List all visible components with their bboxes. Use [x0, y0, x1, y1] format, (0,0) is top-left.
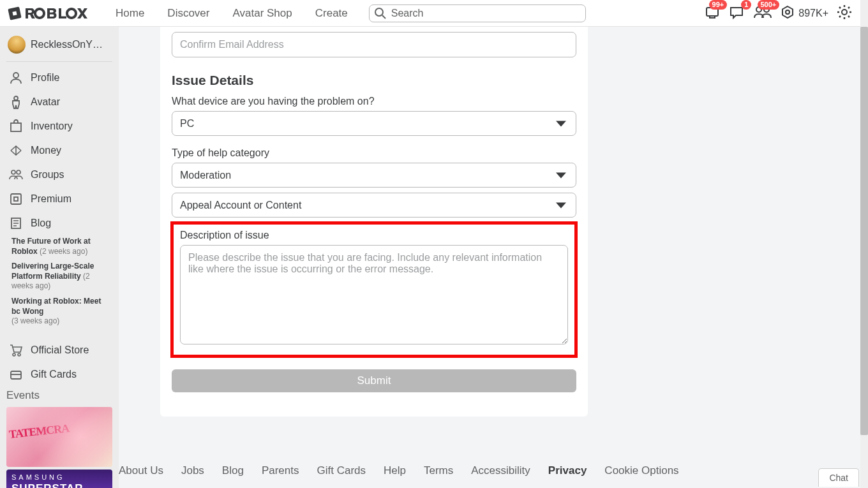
device-select[interactable]: PC: [172, 111, 576, 136]
topbar: Home Discover Avatar Shop Create 99+ 1 5…: [0, 0, 860, 27]
svg-point-14: [11, 170, 15, 174]
footer-terms[interactable]: Terms: [424, 464, 453, 477]
scrollbar-track[interactable]: [860, 0, 868, 488]
svg-point-9: [786, 10, 789, 14]
sidebar-item-money[interactable]: Money: [0, 138, 119, 163]
friends-icon[interactable]: 500+: [752, 4, 773, 23]
msg-badge: 1: [741, 0, 751, 10]
description-highlight: Description of issue: [170, 221, 578, 358]
search-input[interactable]: [369, 4, 586, 22]
avatar-icon: [8, 94, 24, 110]
blog-item[interactable]: Delivering Large-Scale Platform Reliabil…: [11, 262, 107, 292]
premium-icon: [8, 191, 24, 207]
giftcard-icon: [8, 366, 24, 383]
topbar-right: 99+ 1 500+ 897K+: [704, 4, 853, 23]
svg-rect-24: [11, 371, 21, 379]
sidebar-item-blog[interactable]: Blog: [0, 211, 119, 235]
category-select[interactable]: Moderation: [172, 163, 576, 188]
category-label: Type of help category: [172, 147, 576, 159]
nav-links: Home Discover Avatar Shop Create: [107, 2, 356, 25]
svg-rect-5: [710, 16, 715, 18]
blog-item[interactable]: Working at Roblox: Meet bc Wong(3 weeks …: [11, 297, 107, 327]
sidebar-item-giftcards[interactable]: Gift Cards: [0, 362, 119, 387]
nav-create[interactable]: Create: [307, 2, 356, 25]
footer: About Us Jobs Blog Parents Gift Cards He…: [119, 454, 860, 488]
friends-badge: 500+: [758, 0, 780, 10]
settings-icon[interactable]: [836, 4, 853, 23]
sidebar-item-avatar[interactable]: Avatar: [0, 90, 119, 114]
footer-about[interactable]: About Us: [119, 464, 163, 477]
sidebar-item-store[interactable]: Official Store: [0, 338, 119, 362]
groups-icon: [8, 166, 24, 183]
sidebar-item-premium[interactable]: Premium: [0, 187, 119, 211]
sidebar-item-label: Blog: [31, 218, 51, 229]
footer-blog[interactable]: Blog: [222, 464, 244, 477]
event-card-2[interactable]: SAMSUNG SUPERSTAR Galaxy: [6, 470, 112, 488]
footer-privacy[interactable]: Privacy: [548, 464, 587, 477]
svg-rect-1: [12, 11, 17, 15]
sidebar-item-label: Gift Cards: [31, 369, 77, 380]
support-form: Issue Details What device are you having…: [160, 27, 588, 417]
nav-home[interactable]: Home: [107, 2, 153, 25]
svg-line-3: [382, 15, 385, 18]
chat-tab[interactable]: Chat: [818, 468, 859, 487]
svg-point-23: [18, 353, 20, 356]
svg-marker-8: [782, 6, 793, 18]
svg-rect-13: [11, 123, 21, 131]
sidebar-item-label: Groups: [31, 169, 64, 181]
svg-rect-17: [14, 197, 18, 201]
description-label: Description of issue: [180, 230, 568, 241]
svg-point-10: [842, 10, 847, 15]
device-label: What device are you having the problem o…: [172, 96, 576, 107]
footer-parents[interactable]: Parents: [262, 464, 299, 477]
robux-amount: 897K+: [798, 8, 828, 19]
username: RecklessOnY…: [31, 39, 103, 50]
user-block[interactable]: RecklessOnY…: [6, 32, 112, 62]
profile-icon: [8, 70, 24, 86]
sidebar: RecklessOnY… Profile Avatar Inventory Mo…: [0, 27, 119, 488]
sidebar-item-label: Profile: [31, 72, 59, 84]
roblox-logo[interactable]: [8, 6, 88, 21]
svg-point-12: [14, 96, 18, 100]
sidebar-item-label: Official Store: [31, 344, 89, 356]
avatar-thumb: [8, 36, 26, 54]
sidebar-item-label: Money: [31, 145, 61, 156]
events-label: Events: [0, 387, 119, 404]
footer-help[interactable]: Help: [384, 464, 406, 477]
scrollbar-thumb[interactable]: [860, 27, 868, 435]
sidebar-item-label: Avatar: [31, 96, 60, 108]
sidebar-item-label: Premium: [31, 193, 71, 205]
robux-count[interactable]: 897K+: [781, 5, 828, 22]
subcategory-select[interactable]: Appeal Account or Content: [172, 193, 576, 218]
main-content: Issue Details What device are you having…: [119, 27, 860, 488]
blog-icon: [8, 215, 24, 232]
svg-point-11: [13, 73, 19, 78]
notif-badge: 99+: [709, 0, 728, 10]
money-icon: [8, 142, 24, 159]
issue-details-title: Issue Details: [172, 73, 576, 88]
sidebar-item-label: Inventory: [31, 121, 73, 132]
nav-avatarshop[interactable]: Avatar Shop: [224, 2, 300, 25]
robux-icon: [781, 5, 795, 22]
messages-icon[interactable]: 1: [728, 4, 745, 23]
description-textarea[interactable]: [180, 245, 568, 344]
blog-item[interactable]: The Future of Work at Roblox (2 weeks ag…: [11, 237, 107, 256]
footer-giftcards[interactable]: Gift Cards: [317, 464, 366, 477]
nav-discover[interactable]: Discover: [159, 2, 218, 25]
footer-jobs[interactable]: Jobs: [181, 464, 204, 477]
event-card-1[interactable]: TATEMCRA: [6, 407, 112, 467]
confirm-email-input[interactable]: [172, 32, 576, 57]
svg-rect-16: [11, 194, 21, 204]
search-wrap: [369, 4, 586, 22]
sidebar-item-profile[interactable]: Profile: [0, 66, 119, 90]
submit-button[interactable]: Submit: [172, 369, 576, 392]
notifications-icon[interactable]: 99+: [704, 4, 721, 23]
footer-cookie[interactable]: Cookie Options: [604, 464, 678, 477]
svg-point-22: [13, 353, 15, 356]
footer-accessibility[interactable]: Accessibility: [471, 464, 530, 477]
svg-point-15: [17, 170, 20, 174]
svg-point-2: [375, 8, 383, 16]
store-icon: [8, 342, 24, 359]
sidebar-item-inventory[interactable]: Inventory: [0, 114, 119, 138]
sidebar-item-groups[interactable]: Groups: [0, 163, 119, 187]
